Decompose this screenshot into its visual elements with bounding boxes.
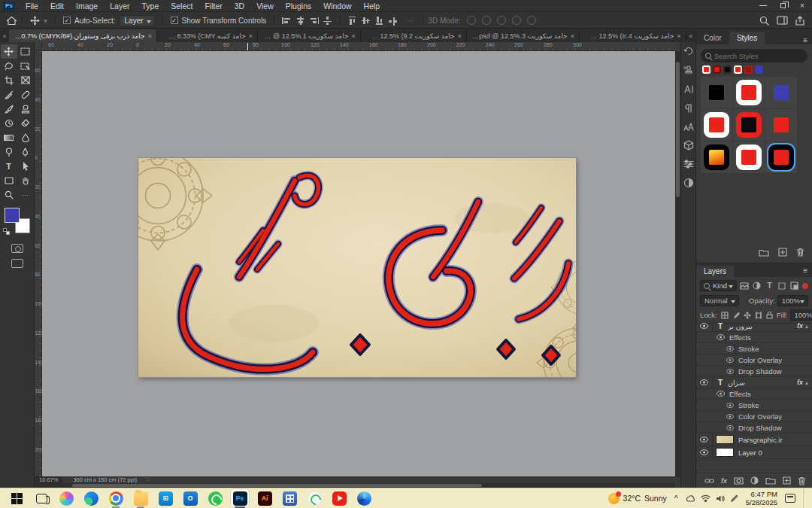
task-view-button[interactable] — [32, 489, 50, 507]
menu-3d[interactable]: 3D — [229, 1, 250, 11]
align-right-edges-icon[interactable] — [309, 17, 319, 25]
menu-type[interactable]: Type — [135, 1, 165, 11]
lock-pixels-icon[interactable] — [732, 311, 740, 319]
fx-badge[interactable]: fx — [797, 379, 805, 386]
styles-search-input[interactable] — [714, 52, 797, 60]
visibility-eye-icon[interactable] — [696, 377, 713, 388]
layer-style-fx-icon[interactable]: fx — [721, 477, 727, 485]
show-desktop-button[interactable] — [803, 488, 806, 508]
new-style-icon[interactable] — [778, 248, 787, 257]
layer-name[interactable]: Layer 0 — [738, 449, 762, 457]
menu-select[interactable]: Select — [165, 1, 198, 11]
layer-row-text-2[interactable]: T سران fx ▴ — [696, 377, 812, 388]
effect-color-overlay-row[interactable]: Color Overlay — [696, 354, 812, 366]
object-selection-tool[interactable] — [17, 59, 34, 73]
history-brush-tool[interactable] — [1, 116, 17, 130]
adjustment-layer-icon[interactable] — [750, 476, 759, 485]
lock-all-icon[interactable] — [766, 311, 773, 319]
move-tool-option-icon[interactable] — [30, 16, 40, 26]
delete-icon[interactable] — [796, 248, 804, 257]
taskbar-copilot365[interactable] — [355, 489, 373, 507]
new-group-icon[interactable] — [759, 248, 769, 257]
menu-layer[interactable]: Layer — [104, 1, 135, 11]
edit-toolbar-button[interactable]: ··· — [17, 187, 34, 202]
tab-close-icon[interactable]: × — [351, 32, 355, 40]
brush-tool[interactable] — [1, 102, 17, 116]
marquee-tool[interactable] — [17, 44, 34, 59]
paragraph-panel-icon[interactable] — [683, 102, 695, 114]
layer-row-text-1[interactable]: T بیرون بر fx ▴ — [696, 321, 812, 332]
align-horizontal-centers-icon[interactable] — [295, 17, 305, 25]
taskbar-illustrator[interactable]: Ai — [256, 489, 274, 507]
pen-input-icon[interactable] — [730, 494, 738, 503]
style-swatch-1[interactable] — [704, 80, 729, 105]
menu-window[interactable]: Window — [317, 1, 357, 11]
more-align-options[interactable]: ··· — [406, 17, 414, 25]
filter-pixel-icon[interactable] — [740, 281, 750, 291]
layers-tab[interactable]: Layers — [696, 266, 734, 277]
taskbar-youtube[interactable] — [330, 489, 348, 507]
eyedropper-tool[interactable] — [1, 87, 17, 102]
effect-stroke-row[interactable]: Stroke — [696, 400, 812, 411]
frame-tool[interactable] — [17, 73, 34, 87]
workspace-icon[interactable] — [777, 16, 788, 25]
filter-shape-icon[interactable] — [777, 281, 787, 291]
quick-mask-button[interactable] — [11, 244, 23, 253]
taskbar-whatsapp[interactable] — [206, 489, 224, 507]
visibility-eye-icon[interactable] — [696, 343, 735, 354]
opacity-value[interactable]: 100% — [777, 295, 808, 306]
style-swatch-5[interactable] — [736, 112, 762, 138]
tab-close-icon[interactable]: × — [458, 32, 462, 40]
visibility-eye-icon[interactable] — [696, 433, 713, 446]
minimize-button[interactable] — [753, 0, 773, 12]
visibility-eye-icon[interactable] — [696, 366, 735, 376]
document-tab-2[interactable]: حامد كتيبه.psd @ 8.33% (CMY... × — [157, 29, 258, 42]
visibility-eye-icon[interactable] — [696, 388, 726, 399]
spot-healing-tool[interactable] — [17, 87, 34, 102]
tab-close-icon[interactable]: × — [249, 32, 253, 40]
network-wifi-icon[interactable] — [701, 494, 710, 502]
notification-center-icon[interactable] — [785, 494, 795, 503]
layer-name[interactable]: بیرون بر — [728, 322, 753, 330]
layer-mask-icon[interactable] — [734, 477, 744, 485]
restore-button[interactable] — [773, 0, 792, 12]
distribute-vertical-icon[interactable] — [389, 17, 398, 25]
lasso-tool[interactable] — [1, 59, 17, 73]
volume-icon[interactable] — [716, 494, 725, 503]
move-tool[interactable] — [1, 44, 17, 59]
close-button[interactable]: × — [792, 0, 812, 12]
visibility-eye-icon[interactable] — [696, 411, 735, 421]
fill-value[interactable]: 100% — [790, 309, 812, 321]
document-info[interactable]: 300 cm x 150 cm (72 ppi) — [73, 476, 137, 483]
start-button[interactable] — [8, 489, 26, 507]
lock-artboard-icon[interactable] — [755, 311, 762, 319]
document-canvas[interactable]: بیرون بر سران — [138, 158, 576, 377]
collapse-effects-icon[interactable]: ▴ — [805, 323, 812, 330]
status-chevron[interactable]: › — [147, 476, 150, 483]
layer-name[interactable]: Parsgraphic.ir — [738, 436, 783, 444]
glyphs-panel-icon[interactable] — [683, 120, 695, 132]
home-icon[interactable] — [6, 16, 17, 26]
layer-row-parsgraphic[interactable]: Parsgraphic.ir — [696, 433, 812, 446]
default-colors-icon[interactable] — [3, 228, 10, 235]
filter-adjustment-icon[interactable] — [753, 281, 762, 291]
canvas-viewport[interactable]: بیرون بر سران — [42, 51, 675, 477]
layer-row-layer0[interactable]: Layer 0 — [696, 446, 812, 459]
auto-select-dropdown[interactable]: Layer — [120, 15, 155, 26]
eraser-tool[interactable] — [17, 116, 34, 130]
style-swatch-2[interactable] — [736, 80, 762, 105]
document-tab-1[interactable]: حامد درب برقی وستوران.psd @ 10.7% (CMYK/… — [9, 29, 157, 42]
filter-toggle[interactable] — [802, 283, 808, 289]
blend-mode-dropdown[interactable]: Normal — [700, 295, 739, 306]
gradient-tool[interactable] — [1, 130, 17, 144]
lock-position-icon[interactable] — [744, 311, 751, 319]
move-option-caret[interactable]: ▾ — [44, 17, 47, 25]
collapse-effects-icon[interactable]: ▴ — [805, 379, 812, 386]
tab-close-icon[interactable]: × — [677, 32, 680, 40]
menu-help[interactable]: Help — [358, 1, 386, 11]
effect-color-overlay-row[interactable]: Color Overlay — [696, 411, 812, 422]
blur-tool[interactable] — [17, 130, 34, 144]
style-swatch-8[interactable] — [736, 144, 762, 170]
hand-tool[interactable] — [17, 173, 34, 187]
document-tab-6[interactable]: حامد سكوريت 4.psd @ 12.5% (Ir... × — [580, 29, 686, 42]
